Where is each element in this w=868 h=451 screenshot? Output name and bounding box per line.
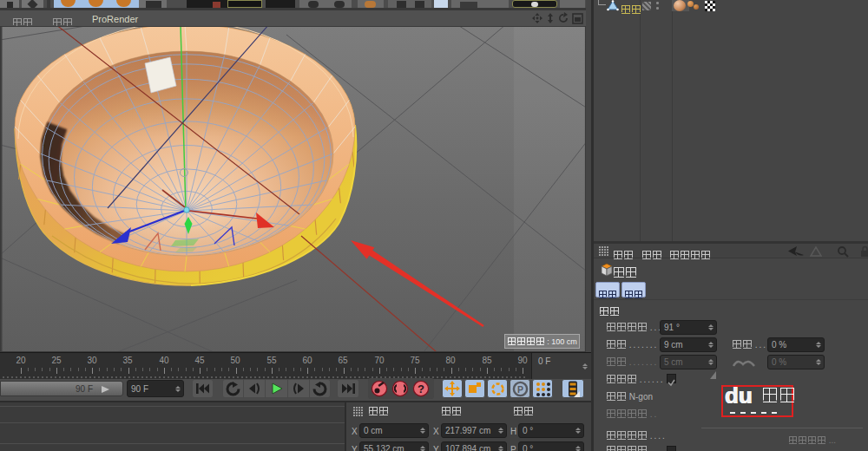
svg-text:P: P bbox=[516, 383, 523, 394]
svg-text:?: ? bbox=[418, 382, 424, 395]
